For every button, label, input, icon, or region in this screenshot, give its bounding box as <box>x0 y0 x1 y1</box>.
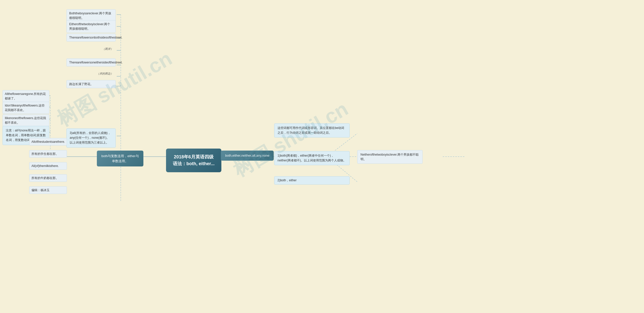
ls-node-4: Allofthestudentsarethere. <box>29 138 67 146</box>
ls-node-5-text: 所有的学生都在那。 <box>31 152 59 156</box>
ls-node-2-text: Idon'tlikeanyoftheflowers.这些花我都不喜欢。 <box>5 104 45 112</box>
ls-node-7-text: 所有的牛奶都在那。 <box>31 176 59 180</box>
ls-node-1: Alltheflowersaregone.所有的花都谢了。 <box>3 90 49 102</box>
left-label-1: （两岸） <box>80 45 116 53</box>
center-node: 2018年6月英语四级语法：both, either... <box>166 149 221 172</box>
right-note-4: Neitherofthetwoboyisclever.两个男孩都不聪明。 <box>357 150 423 164</box>
left-label-1-text: （两岸） <box>102 47 113 50</box>
ls-node-6: All(of)themilkisthere. <box>29 162 67 170</box>
left-node-3-text: Thereareflowersonbothsidesofthestreet. <box>69 36 122 39</box>
left-node-5-text: 路边长满了野花。 <box>69 82 93 86</box>
ls-node-4-text: Allofthestudentsarethere. <box>31 140 65 144</box>
mid-right-label: both,either,neither,all,any,none <box>225 154 269 157</box>
ls-node-8-text: 偏辑：杨冰玉 <box>31 188 50 192</box>
left-node-4: Thereareflowersoneithersideofthestreet. <box>66 58 116 66</box>
ls-node-6-text: All(of)themilkisthere. <box>31 164 59 168</box>
watermark-2: 树图 shutil.cn <box>228 95 353 183</box>
left-node-2-text: Eitherofthetwoboyisclever.两个男孩都很聪明。 <box>69 22 110 30</box>
left-node-2: Eitherofthetwoboyisclever.两个男孩都很聪明。 <box>66 20 116 33</box>
mid-left-node: both与复数连用，either与单数连用。 <box>97 151 143 166</box>
left-label-2-text: （岸的两边） <box>97 72 113 75</box>
ls-node-1-text: Alltheflowersaregone.所有的花都谢了。 <box>5 92 46 100</box>
left-node-3: Thereareflowersonbothsidesofthestreet. <box>66 33 116 42</box>
ls-node-3: Ilikenoneoftheflowers.这些花我都不喜欢。 <box>3 114 49 126</box>
ls-node-5: 所有的学生都在那。 <box>29 150 67 158</box>
ls-node-2: Idon'tlikeanyoftheflowers.这些花我都不喜欢。 <box>3 102 49 114</box>
mid-right-node: both,either,neither,all,any,none <box>221 151 274 161</box>
mid-left-label: both与复数连用，either与单数连用。 <box>101 154 139 163</box>
right-note-1-text: 这些词都可用作代词或形容词。其位置都在be动词之后，行为动词之前或第一助动词之后… <box>277 126 344 134</box>
ls-node-3-text: Ilikenoneoftheflowers.这些花我都不喜欢。 <box>5 116 46 124</box>
right-note-4-text: Neitherofthetwoboyisclever.两个男孩都不聪明。 <box>360 153 419 161</box>
ls-node-7: 所有的牛奶都在那。 <box>29 174 67 182</box>
right-note-3-text: 2)both，either <box>277 179 297 182</box>
right-note-3: 2)both，either <box>274 176 350 185</box>
left-node-5: 路边长满了野花。 <box>66 80 116 88</box>
right-note-2-text: 1)both(两者都)，either(两者中任何一个)，neither(两者都不… <box>277 154 346 162</box>
right-note-1: 这些词都可用作代词或形容词。其位置都在be动词之后，行为动词之前或第一助动词之后… <box>274 123 350 137</box>
ls-node-8: 偏辑：杨冰玉 <box>29 186 67 194</box>
left-mid-note-text: 3)all(所有的，全部的人或物)，any(任何一个)，none(都不)。以上词… <box>70 131 111 144</box>
right-note-2: 1)both(两者都)，either(两者中任何一个)，neither(两者都不… <box>274 151 350 165</box>
left-node-4-text: Thereareflowersoneithersideofthestreet. <box>69 61 123 64</box>
left-node-1-text: Boththeboysareclever.两个男孩都很聪明。 <box>69 12 111 20</box>
left-label-2: （岸的两边） <box>75 70 116 77</box>
center-label: 2018年6月英语四级语法：both, either... <box>173 154 215 166</box>
left-mid-note: 3)all(所有的，全部的人或物)，any(任何一个)，none(都不)。以上词… <box>66 128 116 148</box>
